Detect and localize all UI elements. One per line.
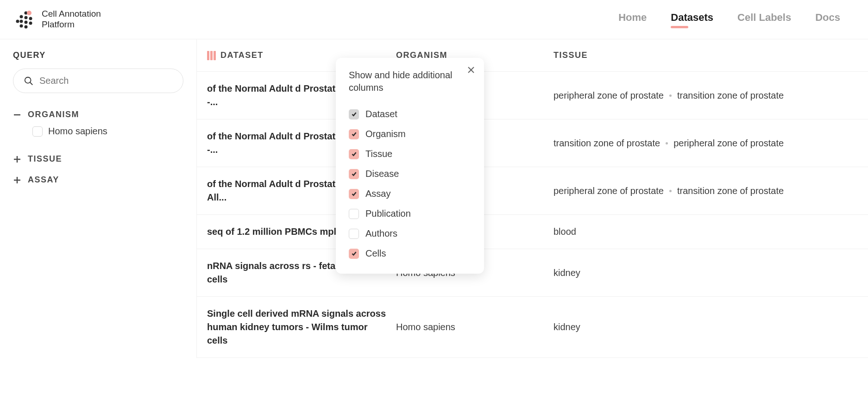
- filter-option-label: Homo sapiens: [48, 126, 107, 137]
- nav-cell-labels[interactable]: Cell Labels: [737, 12, 791, 27]
- cell-tissue: peripheral zone of prostatetransition zo…: [554, 186, 868, 196]
- checkbox-icon: [32, 126, 43, 137]
- checkbox-icon: [349, 109, 359, 119]
- svg-point-11: [25, 77, 31, 83]
- popover-option[interactable]: Authors: [349, 224, 471, 244]
- filter-option-homo-sapiens[interactable]: Homo sapiens: [13, 119, 183, 143]
- table-row[interactable]: of the Normal Adult d Prostatic Urethra …: [197, 72, 868, 119]
- checkbox-icon: [349, 249, 359, 259]
- cell-tissue: transition zone of prostateperipheral zo…: [554, 138, 868, 149]
- tissue-value: peripheral zone of prostate: [554, 90, 664, 101]
- search-box[interactable]: [13, 69, 183, 93]
- plus-icon: [13, 176, 21, 184]
- cell-tissue: kidney: [554, 268, 868, 278]
- popover-option[interactable]: Cells: [349, 244, 471, 263]
- dot-separator-icon: [669, 190, 672, 192]
- table-row[interactable]: of the Normal Adult d Prostatic Urethra …: [197, 119, 868, 167]
- query-label: QUERY: [13, 50, 183, 60]
- nav-home[interactable]: Home: [618, 12, 647, 27]
- popover-option[interactable]: Assay: [349, 184, 471, 204]
- cell-tissue: kidney: [554, 322, 868, 332]
- logo-icon: [13, 8, 35, 31]
- minus-icon: [13, 111, 21, 119]
- main-nav: Home Datasets Cell Labels Docs: [618, 12, 840, 27]
- search-input[interactable]: [39, 75, 173, 86]
- close-button[interactable]: [466, 65, 476, 75]
- tissue-value: kidney: [554, 322, 580, 332]
- th-dataset-label: DATASET: [220, 50, 264, 60]
- tissue-value: peripheral zone of prostate: [554, 186, 664, 196]
- svg-point-3: [20, 25, 23, 28]
- filter-tissue: TISSUE: [13, 154, 183, 164]
- filter-organism: ORGANISM Homo sapiens: [13, 110, 183, 143]
- popover-option-label: Organism: [365, 129, 406, 139]
- columns-icon[interactable]: [207, 51, 216, 60]
- svg-point-10: [29, 22, 32, 25]
- checkbox-icon: [349, 129, 359, 139]
- main-content: QUERY ORGANISM Homo sapiens: [0, 39, 868, 358]
- table-row[interactable]: Single cell derived mRNA signals across …: [197, 297, 868, 358]
- cell-dataset: Single cell derived mRNA signals across …: [197, 307, 396, 347]
- table-row[interactable]: nRNA signals across rs - fetal kidney ce…: [197, 249, 868, 297]
- svg-point-9: [29, 17, 32, 20]
- checkbox-icon: [349, 149, 359, 159]
- filter-assay-header[interactable]: ASSAY: [13, 175, 183, 185]
- table-header-row: DATASET ORGANISM TISSUE: [197, 39, 868, 72]
- filter-tissue-header[interactable]: TISSUE: [13, 154, 183, 164]
- sidebar: QUERY ORGANISM Homo sapiens: [0, 39, 197, 358]
- app-header: Cell Annotation Platform Home Datasets C…: [0, 0, 868, 39]
- filter-organism-title: ORGANISM: [28, 110, 79, 119]
- checkbox-icon: [349, 189, 359, 199]
- filter-assay: ASSAY: [13, 175, 183, 185]
- svg-point-7: [25, 25, 28, 29]
- table-area: DATASET ORGANISM TISSUE of the Normal Ad…: [197, 39, 868, 358]
- tissue-value: transition zone of prostate: [677, 90, 784, 101]
- popover-option-label: Authors: [365, 228, 397, 239]
- popover-option[interactable]: Dataset: [349, 104, 471, 124]
- svg-point-8: [27, 11, 31, 15]
- svg-point-5: [25, 16, 28, 19]
- popover-option-label: Publication: [365, 208, 411, 219]
- tissue-value: kidney: [554, 268, 580, 278]
- checkbox-icon: [349, 169, 359, 179]
- logo-section[interactable]: Cell Annotation Platform: [13, 8, 101, 31]
- tissue-value: transition zone of prostate: [677, 186, 784, 196]
- logo-text: Cell Annotation Platform: [42, 9, 101, 30]
- cell-organism: Homo sapiens: [396, 322, 554, 332]
- close-icon: [467, 66, 475, 74]
- cell-tissue: peripheral zone of prostatetransition zo…: [554, 90, 868, 101]
- svg-point-1: [20, 15, 23, 19]
- popover-option[interactable]: Organism: [349, 124, 471, 144]
- th-tissue[interactable]: TISSUE: [554, 50, 868, 60]
- tissue-value: peripheral zone of prostate: [673, 138, 784, 149]
- table-row[interactable]: seq of 1.2 million PBMCs mplesHomo sapie…: [197, 215, 868, 249]
- svg-point-6: [25, 21, 28, 24]
- dot-separator-icon: [666, 142, 668, 144]
- popover-option[interactable]: Disease: [349, 164, 471, 184]
- brand-line2: Platform: [42, 19, 101, 30]
- filter-organism-header[interactable]: ORGANISM: [13, 110, 183, 119]
- popover-option-label: Assay: [365, 188, 390, 199]
- filter-tissue-title: TISSUE: [28, 154, 62, 164]
- filter-assay-title: ASSAY: [28, 175, 59, 185]
- popover-title: Show and hide additional columns: [349, 69, 471, 94]
- cell-tissue: blood: [554, 226, 868, 237]
- tissue-value: transition zone of prostate: [554, 138, 660, 149]
- dot-separator-icon: [669, 94, 672, 97]
- svg-point-0: [16, 20, 19, 23]
- popover-option-label: Disease: [365, 169, 399, 179]
- popover-option-label: Tissue: [365, 149, 392, 159]
- popover-option[interactable]: Publication: [349, 204, 471, 224]
- table-row[interactable]: of the Normal Adult d Prostatic Urethra …: [197, 167, 868, 215]
- th-tissue-label: TISSUE: [554, 50, 588, 60]
- popover-option[interactable]: Tissue: [349, 144, 471, 164]
- nav-datasets[interactable]: Datasets: [671, 12, 713, 27]
- svg-point-2: [20, 20, 23, 23]
- columns-popover: Show and hide additional columns Dataset…: [336, 58, 484, 274]
- tissue-value: blood: [554, 226, 576, 237]
- checkbox-icon: [349, 209, 359, 219]
- svg-line-12: [30, 82, 33, 85]
- plus-icon: [13, 155, 21, 163]
- nav-docs[interactable]: Docs: [815, 12, 840, 27]
- search-icon: [24, 76, 34, 86]
